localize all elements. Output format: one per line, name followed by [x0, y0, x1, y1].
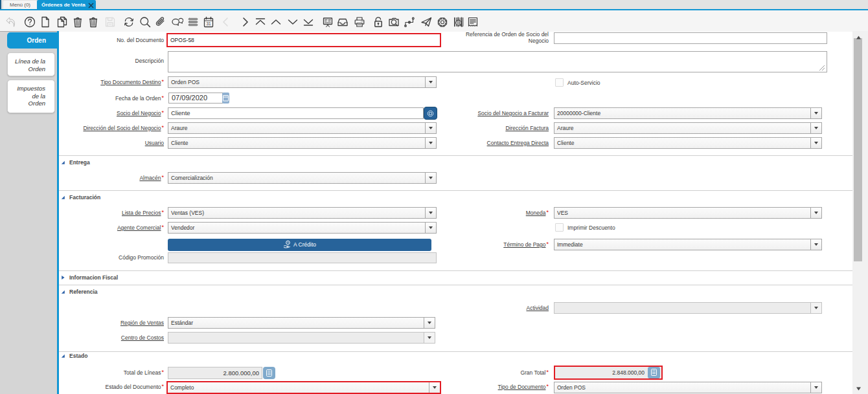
svg-text:31: 31 [206, 21, 211, 26]
